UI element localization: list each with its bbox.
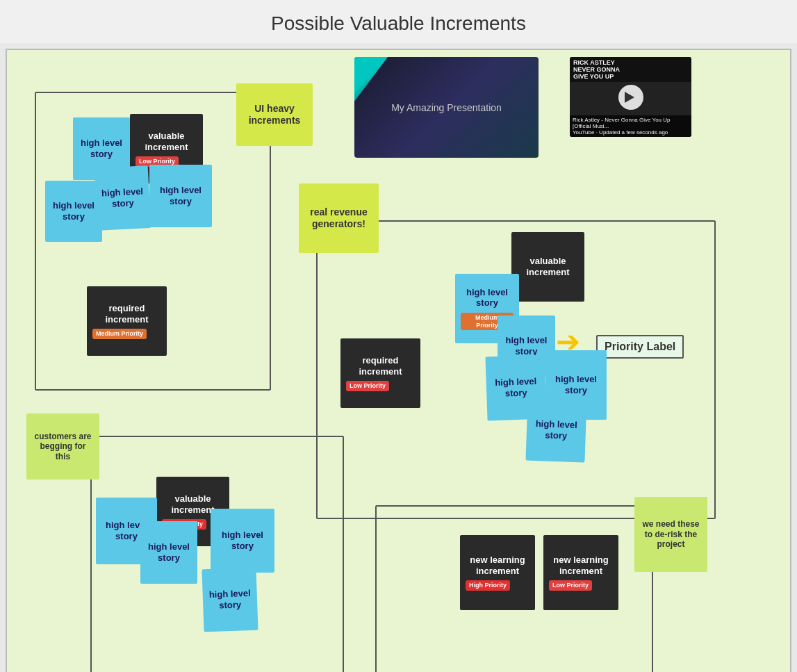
sticky-high-level-12: high level story [202,568,258,632]
priority-label-box: Priority Label [596,335,684,359]
page-title: Possible Valuable Increments [0,0,797,43]
sticky-customers: customers are begging for this [26,413,99,480]
sticky-high-level-13: high level story [211,509,274,573]
sticky-high-level-2: high level story [45,181,102,242]
rick-bottom-label: Rick Astley - Never Gonna Give You Up [O… [570,115,691,137]
sticky-high-level-9: high level story [525,398,586,463]
presentation-thumbnail[interactable]: My Amazing Presentation [354,57,539,158]
badge-medium-1: Medium Priority [92,329,147,339]
sticky-revenue: real revenue generators! [299,183,379,253]
rick-top-label: RICK ASTLEYNEVER GONNAGIVE YOU UP [570,57,691,82]
badge-high-2: High Priority [466,580,510,591]
sticky-high-level-4: high level story [149,165,212,227]
badge-low-2: Low Priority [346,381,389,391]
sticky-ui-heavy: UI heavy increments [236,83,313,146]
sticky-required-1: required increment Medium Priority [87,286,167,356]
video-thumbnail[interactable]: RICK ASTLEYNEVER GONNAGIVE YOU UP Rick A… [570,57,691,137]
play-button[interactable] [618,85,643,110]
sticky-de-risk: we need these to de-risk the project [634,497,707,572]
main-board: My Amazing Presentation RICK ASTLEYNEVER… [6,49,791,672]
badge-low-3: Low Priority [549,580,592,591]
sticky-high-level-3: high level story [95,165,151,231]
sticky-valuable-2: valuable increment [511,232,584,302]
presentation-title: My Amazing Presentation [391,102,502,113]
sticky-high-level-11: high level story [140,521,197,584]
sticky-required-2: required increment Low Priority [340,338,420,408]
sticky-learning-2: new learning increment Low Priority [543,535,618,610]
sticky-learning-1: new learning increment High Priority [460,535,535,610]
